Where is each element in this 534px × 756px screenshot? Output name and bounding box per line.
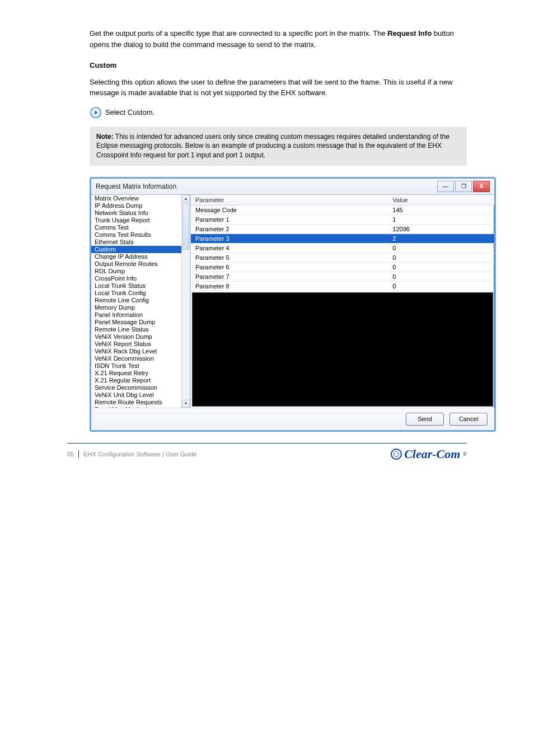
dialog-title: Request Matrix Information xyxy=(96,183,176,190)
col-value[interactable]: Value xyxy=(388,195,494,206)
table-row[interactable]: Parameter 212096 xyxy=(191,224,494,234)
bullet-label: Select Custom. xyxy=(105,108,154,116)
param-name: Parameter 4 xyxy=(191,243,388,253)
param-value[interactable]: 145 xyxy=(388,205,494,214)
list-item[interactable]: Panel Information xyxy=(91,311,182,319)
list-item[interactable]: Network Status Info xyxy=(91,209,182,217)
custom-heading: Custom xyxy=(90,60,467,71)
param-name: Parameter 5 xyxy=(191,253,388,262)
list-item[interactable]: Service Decommission xyxy=(91,384,182,391)
brand-text: Clear-Com xyxy=(404,447,460,461)
note-box: Note: This is intended for advanced user… xyxy=(90,127,467,166)
table-row[interactable]: Parameter 60 xyxy=(191,262,494,272)
list-item[interactable]: Ethernet Stats xyxy=(91,239,182,246)
param-name: Parameter 1 xyxy=(191,214,388,224)
request-matrix-dialog: Request Matrix Information — ❐ X Matrix … xyxy=(90,177,496,432)
dialog-titlebar[interactable]: Request Matrix Information — ❐ X xyxy=(91,179,494,195)
param-value[interactable]: 12096 xyxy=(388,224,494,234)
list-item[interactable]: Remote Route Requests xyxy=(91,399,182,406)
close-button[interactable]: X xyxy=(473,181,490,192)
table-row[interactable]: Message Code145 xyxy=(191,205,494,214)
param-value[interactable]: 2 xyxy=(388,234,494,243)
brand-logo: Clear-Com ® xyxy=(391,447,467,461)
list-item[interactable]: Matrix Overview xyxy=(91,195,182,202)
table-row[interactable]: Parameter 11 xyxy=(191,214,494,224)
note-text: This is intended for advanced users only… xyxy=(96,133,449,160)
table-row[interactable]: Parameter 80 xyxy=(191,281,494,291)
play-bullet-icon xyxy=(90,106,102,119)
param-name: Parameter 3 xyxy=(191,234,388,243)
list-item[interactable]: Local Trunk Config xyxy=(91,290,182,297)
param-name: Parameter 8 xyxy=(191,281,388,291)
list-item[interactable]: Panel Msg Monitoring xyxy=(91,406,182,408)
footer-divider xyxy=(78,450,79,458)
param-value[interactable]: 0 xyxy=(388,281,494,291)
param-value[interactable]: 0 xyxy=(388,262,494,272)
param-name: Message Code xyxy=(191,205,388,214)
list-item[interactable]: VeNiX Report Status xyxy=(91,340,182,348)
table-row[interactable]: Parameter 50 xyxy=(191,253,494,262)
list-item[interactable]: Output Remote Routes xyxy=(91,260,182,268)
parameter-grid[interactable]: Parameter Value Message Code145Parameter… xyxy=(191,195,494,291)
list-item[interactable]: Trunk Usage Report xyxy=(91,217,182,224)
list-item[interactable]: Remote Line Config xyxy=(91,297,182,304)
footer-left: 55 EHX Configuration Software | User Gui… xyxy=(67,450,196,458)
list-item[interactable]: IP Address Dump xyxy=(91,202,182,209)
scroll-thumb[interactable] xyxy=(182,204,189,250)
list-item[interactable]: Panel Message Dump xyxy=(91,319,182,326)
bullet-select-custom: Select Custom. xyxy=(90,106,467,119)
list-item[interactable]: Local Trunk Status xyxy=(91,282,182,290)
dialog-screenshot: Request Matrix Information — ❐ X Matrix … xyxy=(90,177,467,432)
cancel-button[interactable]: Cancel xyxy=(449,413,488,426)
col-parameter[interactable]: Parameter xyxy=(191,195,388,206)
list-item[interactable]: RDL Dump xyxy=(91,268,182,275)
note-label: Note: xyxy=(96,133,114,141)
list-item[interactable]: Comms Test Results xyxy=(91,231,182,239)
list-scrollbar[interactable]: ▲ ▼ xyxy=(181,195,190,408)
list-item[interactable]: Remote Line Status xyxy=(91,326,182,333)
list-item[interactable]: Custom xyxy=(91,246,182,253)
minimize-button[interactable]: — xyxy=(437,181,454,192)
param-name: Parameter 2 xyxy=(191,224,388,234)
list-item[interactable]: X.21 Request Retry xyxy=(91,370,182,377)
request-list[interactable]: Matrix OverviewIP Address DumpNetwork St… xyxy=(91,195,191,408)
guide-label: EHX Configuration Software | User Guide xyxy=(83,451,196,458)
scroll-up-icon[interactable]: ▲ xyxy=(182,195,190,203)
scroll-down-icon[interactable]: ▼ xyxy=(182,400,190,408)
list-item[interactable]: VeNiX Decommission xyxy=(91,355,182,362)
p1-a: Get the output ports of a specific type … xyxy=(90,29,386,38)
list-item[interactable]: CrossPoint Info xyxy=(91,275,182,282)
table-row[interactable]: Parameter 32 xyxy=(191,234,494,243)
table-row[interactable]: Parameter 70 xyxy=(191,272,494,281)
param-name: Parameter 6 xyxy=(191,262,388,272)
output-area xyxy=(192,292,493,407)
list-item[interactable]: Change IP Address xyxy=(91,253,182,260)
param-value[interactable]: 1 xyxy=(388,214,494,224)
paragraph-outputs: Get the output ports of a specific type … xyxy=(90,28,467,50)
list-item[interactable]: ISDN Trunk Test xyxy=(91,362,182,370)
list-item[interactable]: VeNiX Unit Dbg Level xyxy=(91,391,182,399)
list-item[interactable]: X.21 Regular Report xyxy=(91,377,182,384)
param-value[interactable]: 0 xyxy=(388,243,494,253)
param-value[interactable]: 0 xyxy=(388,272,494,281)
table-row[interactable]: Parameter 40 xyxy=(191,243,494,253)
param-name: Parameter 7 xyxy=(191,272,388,281)
list-item[interactable]: VeNiX Rack Dbg Level xyxy=(91,348,182,355)
param-value[interactable]: 0 xyxy=(388,253,494,262)
page-number: 55 xyxy=(67,451,74,458)
send-button[interactable]: Send xyxy=(406,413,444,426)
custom-desc: Selecting this option allows the user to… xyxy=(90,77,467,99)
brand-ring-icon xyxy=(391,449,402,460)
list-item[interactable]: Memory Dump xyxy=(91,304,182,311)
request-info-bold: Request Info xyxy=(387,29,432,38)
maximize-button[interactable]: ❐ xyxy=(455,181,472,192)
list-item[interactable]: Comms Test xyxy=(91,224,182,231)
list-item[interactable]: VeNiX Version Dump xyxy=(91,333,182,340)
